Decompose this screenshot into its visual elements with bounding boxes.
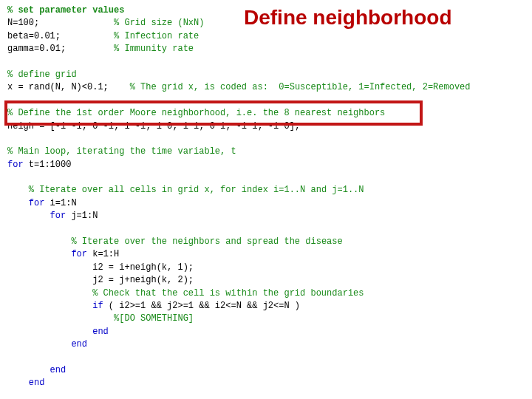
code-block: % set parameter values N=100; % Grid siz… <box>7 4 525 399</box>
line-N: N=100; <box>7 18 39 28</box>
line-beta: beta=0.01; <box>7 31 61 41</box>
comment-gamma: % Immunity rate <box>114 44 194 54</box>
line-if-cond: ( i2>=1 && j2>=1 && i2<=N && j2<=N ) <box>103 301 300 311</box>
line-x: x = rand(N, N)<0.1; <box>7 82 109 92</box>
kw-end-i: end <box>29 378 45 388</box>
kw-if: if <box>92 301 103 311</box>
comment-iter-neigh: % Iterate over the neighbors and spread … <box>71 236 342 247</box>
line-i2: i2 = i+neigh(k, 1); <box>92 262 194 273</box>
line-for-k: k=1:H <box>87 249 119 259</box>
line-neigh: neigh = [-1 -1; 0 -1; 1 -1; 1 0; 1 1; 0 … <box>7 121 300 132</box>
kw-end-if: end <box>92 327 109 337</box>
kw-for-k: for <box>71 249 87 259</box>
comment-N: % Grid size (NxN) <box>114 18 204 28</box>
comment-bounds: % Check that the cell is within the grid… <box>92 288 364 299</box>
kw-for-j: for <box>50 211 66 221</box>
line-for-j: j=1:N <box>66 211 98 221</box>
line-for-t: t=1:1000 <box>24 160 72 170</box>
comment-do: %[DO SOMETHING] <box>114 313 194 324</box>
kw-for-i: for <box>29 198 45 208</box>
comment-beta: % Infection rate <box>114 31 199 41</box>
kw-end-j: end <box>50 365 66 375</box>
comment-mainloop: % Main loop, iterating the time variable… <box>7 146 236 157</box>
line-j2: j2 = j+neigh(k, 2); <box>92 275 194 285</box>
kw-for-t: for <box>7 160 24 170</box>
comment-set-params: % set parameter values <box>7 5 124 16</box>
line-gamma: gamma=0.01; <box>7 44 66 54</box>
comment-neigh: % Define the 1st order Moore neighborhoo… <box>7 108 385 118</box>
comment-define-grid: % define grid <box>7 69 77 80</box>
comment-iter-cells: % Iterate over all cells in grid x, for … <box>29 185 364 195</box>
line-for-i: i=1:N <box>44 198 76 208</box>
kw-end-k: end <box>71 339 87 349</box>
comment-x: % The grid x, is coded as: 0=Susceptible… <box>130 82 471 92</box>
